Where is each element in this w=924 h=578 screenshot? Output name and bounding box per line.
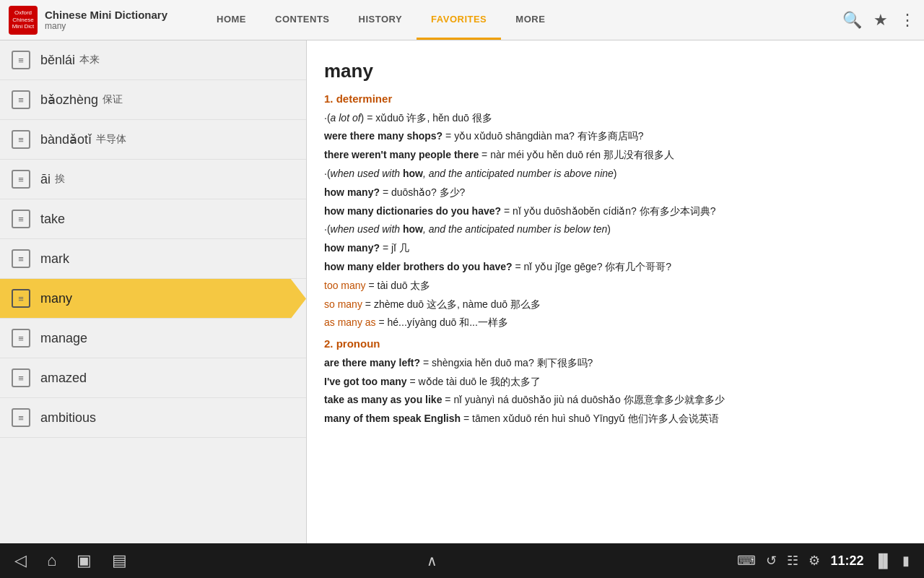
- logo-text: OxfordChineseMini Dict: [12, 9, 35, 30]
- list-item[interactable]: ≡ āi 挨: [0, 160, 306, 199]
- list-item[interactable]: ≡ bǎozhèng 保证: [0, 80, 306, 120]
- entry-line: ·(when used with how, and the anticipate…: [324, 165, 907, 183]
- word-label: manage: [40, 331, 87, 346]
- word-chinese: 半导体: [96, 133, 126, 146]
- list-item[interactable]: ≡ ambitious: [0, 398, 306, 438]
- app-title-block: Chinese Mini Dictionary many: [45, 9, 167, 31]
- recents-icon[interactable]: ▣: [77, 551, 92, 570]
- tab-home[interactable]: HOME: [202, 0, 261, 40]
- up-arrow-icon[interactable]: ∧: [427, 552, 437, 569]
- section-num: 2.: [324, 337, 336, 350]
- entry-section-1: 1. determiner: [324, 90, 907, 108]
- word-label: ambitious: [40, 410, 96, 426]
- search-icon[interactable]: 🔍: [842, 11, 862, 30]
- signal-icon: ▐▌: [873, 553, 892, 569]
- logo-icon: OxfordChineseMini Dict: [9, 6, 38, 35]
- entry-line: take as many as you like = nǐ yuànyì ná …: [324, 392, 907, 409]
- entry-line: ·(when used with how, and the anticipate…: [324, 221, 907, 238]
- word-label: amazed: [40, 371, 87, 386]
- list-item[interactable]: ≡ manage: [0, 319, 306, 358]
- home-icon[interactable]: ⌂: [47, 551, 56, 570]
- section-type: pronoun: [336, 337, 380, 350]
- entry-section-2: 2. pronoun: [324, 335, 907, 353]
- entry-line: were there many shops? = yǒu xǔduō shāng…: [324, 128, 907, 145]
- word-chinese: 本来: [79, 53, 100, 66]
- word-icon: ≡: [12, 329, 30, 348]
- screenshot-icon[interactable]: ☷: [787, 553, 798, 569]
- app-subtitle: many: [45, 21, 167, 31]
- overflow-icon[interactable]: ⋮: [899, 11, 915, 30]
- status-icons: ⌨ ↺ ☷ ⚙ 11:22 ▐▌ ▮: [737, 553, 910, 569]
- entry-line: how many? = duōshǎo? 多少?: [324, 184, 907, 202]
- bottom-navigation: ◁ ⌂ ▣ ▤ ∧ ⌨ ↺ ☷ ⚙ 11:22 ▐▌ ▮: [0, 543, 924, 578]
- entry-line: many of them speak English = tāmen xǔduō…: [324, 410, 907, 428]
- rotation-icon[interactable]: ↺: [766, 553, 777, 569]
- entry-line: too many = tài duō 太多: [324, 277, 907, 295]
- entry-headword: many: [324, 55, 907, 87]
- tab-more[interactable]: MORE: [501, 0, 559, 40]
- keyboard-icon[interactable]: ⌨: [737, 553, 756, 569]
- system-nav-icons: ◁ ⌂ ▣ ▤: [14, 551, 127, 570]
- word-icon: ≡: [12, 368, 30, 387]
- entry-line: how many elder brothers do you have? = n…: [324, 259, 907, 276]
- word-label: bàndǎotǐ: [40, 131, 92, 147]
- list-item[interactable]: ≡ běnlái 本来: [0, 40, 306, 80]
- list-item[interactable]: ≡ bàndǎotǐ 半导体: [0, 120, 306, 160]
- section-type: determiner: [336, 92, 393, 105]
- entry-line: as many as = hé...yíyàng duō 和...一样多: [324, 314, 907, 332]
- entry-line: how many? = jǐ 几: [324, 240, 907, 257]
- entry-line: how many dictionaries do you have? = nǐ …: [324, 203, 907, 220]
- topbar-icons: 🔍 ★ ⋮: [834, 11, 924, 30]
- word-icon: ≡: [12, 408, 30, 427]
- entry-panel: many 1. determiner ·(a lot of) = xǔduō 许…: [307, 40, 924, 543]
- entry-line: ·(a lot of) = xǔduō 许多, hěn duō 很多: [324, 110, 907, 127]
- word-icon: ≡: [12, 170, 30, 189]
- word-icon: ≡: [12, 51, 30, 69]
- entry-line: there weren't many people there = nàr mé…: [324, 147, 907, 164]
- topbar: OxfordChineseMini Dict Chinese Mini Dict…: [0, 0, 924, 40]
- menu-icon[interactable]: ▤: [112, 551, 127, 570]
- word-label: many: [40, 291, 72, 306]
- entry-line: I've got too many = wǒde tài duō le 我的太多…: [324, 374, 907, 391]
- word-label: běnlái: [40, 53, 75, 68]
- word-icon: ≡: [12, 130, 30, 149]
- system-clock: 11:22: [830, 553, 863, 569]
- tab-favorites[interactable]: FAVORITES: [417, 0, 501, 40]
- section-num: 1.: [324, 92, 336, 105]
- entry-line: so many = zhème duō 这么多, nàme duō 那么多: [324, 296, 907, 314]
- app-title: Chinese Mini Dictionary: [45, 9, 167, 21]
- favorites-icon[interactable]: ★: [873, 11, 888, 30]
- word-chinese: 挨: [55, 173, 65, 186]
- list-item-active[interactable]: ≡ many: [0, 279, 306, 319]
- tab-history[interactable]: HISTORY: [344, 0, 417, 40]
- list-item[interactable]: ≡ amazed: [0, 358, 306, 398]
- word-label: mark: [40, 251, 69, 267]
- word-label: āi: [40, 172, 51, 187]
- word-label: take: [40, 212, 65, 227]
- tab-contents[interactable]: CONTENTS: [261, 0, 344, 40]
- settings-icon[interactable]: ⚙: [808, 553, 820, 569]
- list-item[interactable]: ≡ take: [0, 199, 306, 239]
- app-logo: OxfordChineseMini Dict Chinese Mini Dict…: [0, 6, 202, 35]
- word-chinese: 保证: [103, 93, 123, 106]
- word-icon: ≡: [12, 210, 30, 228]
- back-icon[interactable]: ◁: [14, 551, 27, 570]
- word-icon: ≡: [12, 289, 30, 308]
- main-content: ≡ běnlái 本来 ≡ bǎozhèng 保证 ≡ bàndǎotǐ 半导体…: [0, 40, 924, 543]
- list-item[interactable]: ≡ mark: [0, 239, 306, 279]
- word-icon: ≡: [12, 90, 30, 109]
- word-icon: ≡: [12, 249, 30, 268]
- word-list: ≡ běnlái 本来 ≡ bǎozhèng 保证 ≡ bàndǎotǐ 半导体…: [0, 40, 307, 543]
- entry-line: are there many left? = shèngxia hěn duō …: [324, 355, 907, 372]
- word-label: bǎozhèng: [40, 92, 98, 108]
- nav-tabs: HOME CONTENTS HISTORY FAVORITES MORE: [202, 0, 834, 40]
- battery-icon: ▮: [902, 553, 910, 569]
